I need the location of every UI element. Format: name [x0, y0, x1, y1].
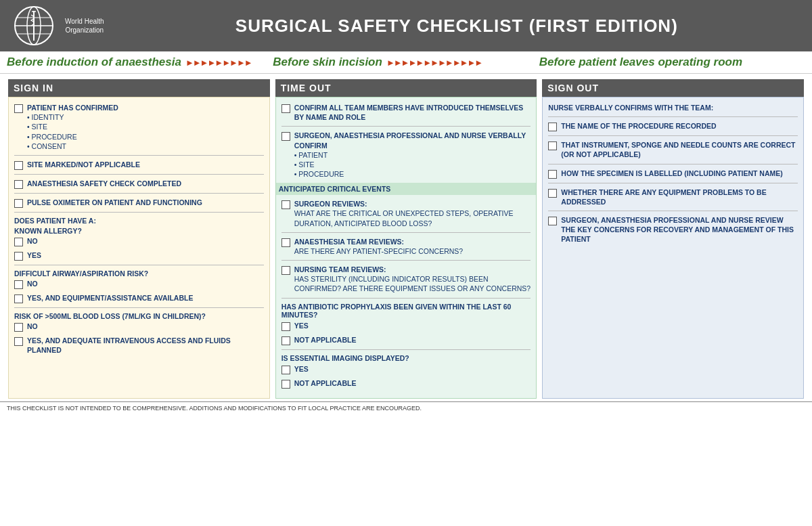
divider-1: [14, 155, 264, 156]
allergy-yes-checkbox[interactable]: [14, 252, 23, 261]
surgeon-confirm-item: SURGEON, ANAESTHESIA PROFESSIONAL AND NU…: [281, 131, 531, 179]
so-divider-5: [548, 211, 798, 211]
anaesthesia-reviews-text: ANAESTHESIA TEAM REVIEWS: ARE THERE ANY …: [294, 237, 464, 256]
nursing-reviews-text: NURSING TEAM REVIEWS: HAS STERILITY (INC…: [294, 265, 531, 294]
divider-3: [14, 193, 264, 194]
anaesthesia-reviews-checkbox[interactable]: [281, 238, 290, 247]
nursing-reviews-checkbox[interactable]: [281, 266, 290, 275]
imaging-yes-text: YES: [294, 364, 309, 374]
site-marked-checkbox[interactable]: [14, 161, 23, 170]
procedure-recorded-checkbox[interactable]: [548, 123, 557, 131]
so-divider-2: [548, 135, 798, 136]
time-out-column: TIME OUT CONFIRM ALL TEAM MEMBERS HAVE I…: [275, 79, 537, 399]
surgeon-reviews-item: SURGEON REVIEWS: WHAT ARE THE CRITICAL O…: [281, 199, 531, 228]
divider-5: [14, 265, 264, 265]
site-marked-text: SITE MARKED/NOT APPLICABLE: [27, 160, 140, 169]
to-divider-3: [281, 260, 531, 261]
patient-confirmed-item: PATIENT HAS CONFIRMED • IDENTITY • SITE …: [14, 103, 264, 151]
key-concerns-text: SURGEON, ANAESTHESIA PROFESSIONAL AND NU…: [561, 215, 798, 244]
ace-header: ANTICIPATED CRITICAL EVENTS: [276, 183, 537, 195]
sign-in-body: PATIENT HAS CONFIRMED • IDENTITY • SITE …: [8, 97, 270, 399]
imaging-yes-checkbox[interactable]: [281, 366, 290, 374]
allergy-no-text: NO: [27, 236, 38, 246]
to-divider-2: [281, 232, 531, 233]
specimen-labelled-checkbox[interactable]: [548, 170, 557, 179]
blood-yes-checkbox[interactable]: [14, 337, 23, 346]
equipment-problems-item: WHETHER THERE ARE ANY EQUIPMENT PROBLEMS…: [548, 188, 798, 206]
airway-no-text: NO: [27, 279, 38, 288]
specimen-labelled-item: HOW THE SPECIMEN IS LABELLED (INCLUDING …: [548, 169, 798, 179]
patient-confirmed-checkbox[interactable]: [14, 104, 23, 113]
antibiotic-na-item: NOT APPLICABLE: [281, 335, 531, 345]
procedure-recorded-item: THE NAME OF THE PROCEDURE RECORDED: [548, 121, 798, 131]
phase-row: Before induction of anaesthesia ►►►►►►►►…: [0, 51, 812, 74]
equipment-problems-checkbox[interactable]: [548, 189, 557, 198]
allergy-yes-text: YES: [27, 250, 41, 260]
airway-yes-item: YES, AND EQUIPMENT/ASSISTANCE AVAILABLE: [14, 293, 264, 303]
blood-loss-label: RISK OF >500ML BLOOD LOSS (7ML/KG IN CHI…: [14, 312, 264, 320]
site-marked-item: SITE MARKED/NOT APPLICABLE: [14, 160, 264, 170]
specimen-labelled-text: HOW THE SPECIMEN IS LABELLED (INCLUDING …: [561, 169, 782, 178]
divider-6: [14, 307, 264, 308]
imaging-na-checkbox[interactable]: [281, 380, 290, 389]
sign-out-column: SIGN OUT NURSE VERBALLY CONFIRMS WITH TH…: [542, 79, 804, 399]
allergy-no-checkbox[interactable]: [14, 238, 23, 246]
nurse-confirms-text: NURSE VERBALLY CONFIRMS WITH THE TEAM:: [548, 103, 798, 112]
time-out-body: CONFIRM ALL TEAM MEMBERS HAVE INTRODUCED…: [275, 97, 537, 399]
phase-incision: Before skin incision ►►►►►►►►►►►►►: [273, 56, 539, 69]
antibiotic-label: HAS ANTIBIOTIC PROPHYLAXIS BEEN GIVEN WI…: [281, 303, 531, 319]
blood-no-checkbox[interactable]: [14, 323, 23, 332]
anaesthesia-check-checkbox[interactable]: [14, 180, 23, 189]
allergy-yes-item: YES: [14, 250, 264, 261]
divider-4: [14, 212, 264, 213]
footer: THIS CHECKLIST IS NOT INTENDED TO BE COM…: [0, 401, 812, 414]
key-concerns-item: SURGEON, ANAESTHESIA PROFESSIONAL AND NU…: [548, 215, 798, 244]
surgeon-confirm-text: SURGEON, ANAESTHESIA PROFESSIONAL AND NU…: [294, 131, 531, 179]
surgeon-reviews-checkbox[interactable]: [281, 200, 290, 209]
imaging-label: IS ESSENTIAL IMAGING DISPLAYED?: [281, 354, 531, 362]
pulse-oximeter-item: PULSE OXIMETER ON PATIENT AND FUNCTIONIN…: [14, 198, 264, 208]
phase-anaesthesia: Before induction of anaesthesia ►►►►►►►►…: [7, 56, 273, 69]
instrument-counts-text: THAT INSTRUMENT, SPONGE AND NEEDLE COUNT…: [561, 140, 798, 159]
sign-out-header: SIGN OUT: [542, 79, 804, 97]
imaging-yes-item: YES: [281, 364, 531, 374]
sign-in-header: SIGN IN: [8, 79, 270, 97]
time-out-header: TIME OUT: [275, 79, 537, 97]
nursing-reviews-item: NURSING TEAM REVIEWS: HAS STERILITY (INC…: [281, 265, 531, 294]
so-divider-1: [548, 116, 798, 117]
who-logo-icon: [14, 5, 54, 46]
antibiotic-na-checkbox[interactable]: [281, 336, 290, 345]
airway-yes-checkbox[interactable]: [14, 294, 23, 303]
blood-yes-item: YES, AND ADEQUATE INTRAVENOUS ACCESS AND…: [14, 336, 264, 355]
patient-confirmed-text: PATIENT HAS CONFIRMED • IDENTITY • SITE …: [27, 103, 118, 151]
sign-in-column: SIGN IN PATIENT HAS CONFIRMED • IDENTITY…: [8, 79, 270, 399]
anaesthesia-reviews-item: ANAESTHESIA TEAM REVIEWS: ARE THERE ANY …: [281, 237, 531, 256]
team-intro-item: CONFIRM ALL TEAM MEMBERS HAVE INTRODUCED…: [281, 103, 531, 122]
footer-text: THIS CHECKLIST IS NOT INTENDED TO BE COM…: [7, 405, 422, 412]
antibiotic-yes-item: YES: [281, 321, 531, 331]
phase-arrows-2: ►►►►►►►►►►►►►: [386, 58, 482, 68]
allergy-sub-label: KNOWN ALLERGY?: [14, 227, 264, 235]
anaesthesia-check-text: ANAESTHESIA SAFETY CHECK COMPLETED: [27, 179, 181, 188]
surgeon-reviews-text: SURGEON REVIEWS: WHAT ARE THE CRITICAL O…: [294, 199, 531, 228]
phase-arrows-1: ►►►►►►►►►: [185, 58, 252, 68]
key-concerns-checkbox[interactable]: [548, 217, 557, 225]
airway-label: DIFFICULT AIRWAY/ASPIRATION RISK?: [14, 269, 264, 278]
team-intro-checkbox[interactable]: [281, 104, 290, 113]
surgeon-confirm-checkbox[interactable]: [281, 132, 290, 141]
allergy-section-label: DOES PATIENT HAVE A:: [14, 217, 264, 225]
pulse-oximeter-checkbox[interactable]: [14, 199, 23, 208]
antibiotic-yes-checkbox[interactable]: [281, 322, 290, 331]
instrument-counts-item: THAT INSTRUMENT, SPONGE AND NEEDLE COUNT…: [548, 140, 798, 159]
so-divider-4: [548, 183, 798, 183]
imaging-na-item: NOT APPLICABLE: [281, 378, 531, 389]
team-intro-text: CONFIRM ALL TEAM MEMBERS HAVE INTRODUCED…: [294, 103, 531, 122]
who-org-text: World Health Organization: [65, 17, 104, 35]
page-header: World Health Organization Surgical Safet…: [0, 0, 812, 51]
airway-no-checkbox[interactable]: [14, 280, 23, 289]
divider-2: [14, 174, 264, 175]
phase-leaves: Before patient leaves operating room: [539, 56, 805, 69]
instrument-counts-checkbox[interactable]: [548, 141, 557, 150]
main-content: SIGN IN PATIENT HAS CONFIRMED • IDENTITY…: [0, 74, 812, 401]
nurse-confirms-header: NURSE VERBALLY CONFIRMS WITH THE TEAM:: [548, 103, 798, 112]
